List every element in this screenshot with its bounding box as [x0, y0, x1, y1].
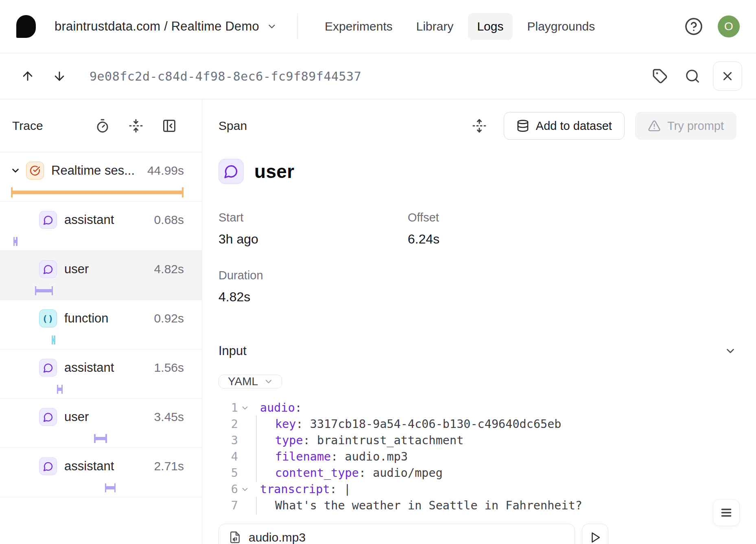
input-section-title: Input — [218, 344, 247, 358]
code-line: 7What's the weather in Seattle in Fahren… — [218, 498, 736, 514]
database-icon — [516, 119, 529, 132]
project-title: braintrustdata.com / Realtime Demo — [55, 19, 259, 34]
search-icon — [685, 68, 700, 84]
unfold-vertical-icon — [472, 118, 487, 133]
attachment-filename: audio.mp3 — [249, 531, 306, 544]
nav-item-logs[interactable]: Logs — [468, 13, 512, 40]
help-icon[interactable] — [684, 17, 703, 36]
arrow-up-icon — [21, 69, 35, 83]
timer-button[interactable] — [95, 118, 110, 133]
trace-panel-title: Trace — [12, 119, 43, 133]
tag-button[interactable] — [648, 64, 672, 88]
code-text: transcript: | — [252, 481, 351, 498]
span-duration: 0.92s — [154, 311, 184, 325]
tag-icon — [652, 68, 668, 84]
trace-sidebar-header: Trace — [0, 99, 202, 152]
span-title-row: user — [218, 159, 736, 184]
add-to-dataset-button[interactable]: Add to dataset — [504, 112, 625, 140]
token-p: : — [295, 401, 302, 415]
trace-span-row-assistant[interactable]: assistant0.68s — [0, 202, 202, 251]
collapse-spans-button[interactable] — [129, 118, 143, 133]
field-label: Duration — [218, 269, 408, 282]
next-trace-button[interactable] — [48, 65, 71, 88]
line-number: 3 — [218, 432, 238, 449]
span-label: assistant — [64, 360, 149, 375]
avatar[interactable]: O — [718, 15, 740, 37]
field-offset: Offset6.24s — [408, 211, 736, 247]
collapse-panel-button[interactable] — [162, 118, 177, 133]
fold-caret-icon[interactable] — [238, 485, 252, 494]
try-prompt-label: Try prompt — [667, 119, 724, 133]
timer-icon — [95, 118, 110, 133]
panel-left-close-icon — [162, 118, 177, 133]
trace-span-row-user[interactable]: user3.45s — [0, 399, 202, 448]
code-text: filename: audio.mp3 — [252, 449, 408, 465]
span-label: user — [64, 410, 149, 424]
code-text: type: braintrust_attachment — [252, 432, 463, 449]
span-name: user — [254, 160, 294, 182]
field-value: 6.24s — [408, 232, 736, 247]
warning-icon — [648, 119, 661, 132]
trace-span-row-realtime-ses-[interactable]: Realtime ses...44.99s — [0, 152, 202, 202]
chat-bubble-icon — [39, 359, 57, 377]
token-k: audio — [260, 401, 295, 415]
attachment-chip[interactable]: audio.mp3 — [218, 524, 575, 544]
search-button[interactable] — [680, 64, 705, 88]
token-v: braintrust_attachment — [317, 434, 463, 447]
nav-item-playgrounds[interactable]: Playgrounds — [518, 13, 604, 40]
close-trace-button[interactable] — [713, 61, 742, 91]
collapse-input-button[interactable] — [724, 345, 736, 357]
span-timeline-bar — [57, 388, 63, 391]
token-p: : — [296, 417, 310, 431]
code-line: 6transcript: | — [218, 481, 736, 498]
span-label: Realtime ses... — [51, 163, 142, 178]
token-p: : — [330, 483, 344, 496]
code-text: audio: — [252, 400, 302, 416]
span-timeline-track — [11, 286, 184, 296]
code-line: 3type: braintrust_attachment — [218, 432, 736, 449]
nav-item-experiments[interactable]: Experiments — [316, 13, 402, 40]
add-to-dataset-label: Add to dataset — [536, 119, 612, 133]
trace-span-row-user[interactable]: user4.82s — [0, 251, 202, 300]
trace-span-row-function[interactable]: ()function0.92s — [0, 300, 202, 349]
trace-span-row-assistant[interactable]: assistant1.56s — [0, 349, 202, 399]
play-audio-button[interactable] — [582, 524, 608, 544]
yaml-code-block[interactable]: 1audio:2key: 3317cb18-9a54-4c06-b130-c49… — [218, 400, 736, 514]
menu-icon — [720, 506, 733, 519]
token-k: transcript — [260, 483, 330, 496]
file-audio-icon — [229, 531, 241, 544]
line-number: 5 — [218, 465, 238, 481]
token-p: : — [303, 434, 317, 447]
field-duration: Duration4.82s — [218, 269, 408, 305]
nav-right: O — [684, 15, 740, 37]
try-prompt-button[interactable]: Try prompt — [635, 112, 736, 140]
format-selector-value: YAML — [228, 375, 258, 388]
arrow-down-icon — [52, 69, 66, 83]
chat-bubble-icon — [39, 211, 57, 229]
app-root: braintrustdata.com / Realtime Demo Exper… — [0, 0, 756, 544]
fold-caret-icon[interactable] — [238, 404, 252, 412]
field-label: Start — [218, 211, 408, 224]
nav-item-library[interactable]: Library — [407, 13, 463, 40]
chat-bubble-icon — [39, 408, 57, 426]
expand-all-button[interactable] — [468, 114, 491, 137]
chat-bubble-icon — [39, 260, 57, 278]
token-v: 3317cb18-9a54-4c06-b130-c49640dc65eb — [310, 417, 562, 431]
project-switcher[interactable]: braintrustdata.com / Realtime Demo — [55, 19, 277, 34]
prev-trace-button[interactable] — [16, 65, 39, 88]
input-section-header: Input — [218, 344, 736, 358]
format-selector[interactable]: YAML — [218, 375, 282, 388]
span-timeline-track — [11, 237, 184, 246]
collapse-caret-icon[interactable] — [10, 165, 21, 176]
avatar-initial: O — [724, 20, 733, 33]
braintrust-logo[interactable] — [16, 15, 36, 38]
trace-span-row-assistant[interactable]: assistant2.71s — [0, 448, 202, 497]
token-p: : — [331, 450, 345, 463]
line-number: 4 — [218, 449, 238, 465]
span-timeline-track — [11, 187, 184, 197]
menu-fab-button[interactable] — [713, 499, 740, 526]
code-line: 1audio: — [218, 400, 736, 416]
code-text: What's the weather in Seattle in Fahrenh… — [252, 498, 582, 514]
chat-bubble-icon — [218, 159, 244, 184]
span-header: Span Add to dataset Try prompt — [218, 99, 736, 152]
